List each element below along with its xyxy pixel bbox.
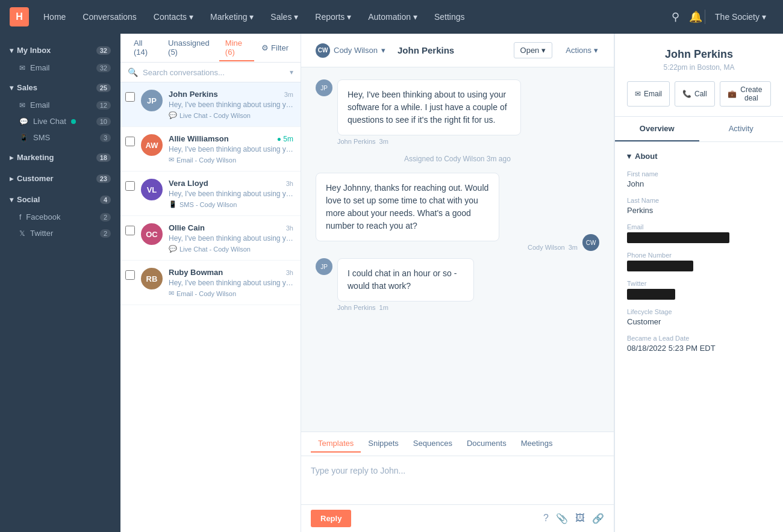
conv-checkbox[interactable] [125, 270, 135, 280]
image-icon[interactable]: 🖼 [575, 513, 585, 524]
email-icon: ✉ [19, 101, 25, 110]
conv-checkbox[interactable] [125, 92, 135, 102]
actions-chevron-icon: ▾ [594, 46, 598, 55]
nav-sales[interactable]: Sales ▾ [263, 8, 305, 25]
conv-checkbox[interactable] [125, 226, 135, 235]
about-section: ▾ About First name John Last Name Perkin… [615, 142, 783, 371]
conv-tag: 💬 Live Chat - Cody Wilson [169, 245, 293, 253]
conv-checkbox[interactable] [125, 181, 135, 191]
conv-item-john-perkins[interactable]: JP John Perkins 3m Hey, I've been thinki… [120, 82, 301, 127]
about-header[interactable]: ▾ About [627, 152, 771, 161]
nav-marketing[interactable]: Marketing ▾ [203, 8, 261, 25]
reply-input-area[interactable]: Type your reply to John... [301, 456, 614, 504]
attachment-icon[interactable]: 📎 [556, 513, 568, 524]
link-icon[interactable]: 🔗 [592, 513, 604, 524]
message-time: 3m [379, 138, 388, 145]
conv-tag-label: SMS - Cody Wilson [179, 201, 237, 208]
actions-button[interactable]: Actions ▾ [560, 43, 604, 58]
sidebar-customer-header[interactable]: Customer 23 [0, 169, 120, 188]
item-badge: 10 [96, 117, 111, 126]
conv-item-ollie-cain[interactable]: OC Ollie Cain 3h Hey, I've been thinking… [120, 216, 301, 261]
create-deal-label: Create deal [740, 85, 763, 102]
email-icon: ✉ [169, 289, 174, 297]
conv-contact-name: John Perkins [398, 45, 507, 55]
email-contact-button[interactable]: ✉ Email [627, 81, 670, 107]
sidebar-section-myinbox: My Inbox 32 ✉ Email 32 [0, 41, 120, 76]
contact-header: John Perkins 5:22pm in Boston, MA ✉ Emai… [615, 34, 783, 117]
search-chevron-icon: ▾ [290, 68, 293, 76]
nav-automation[interactable]: Automation ▾ [361, 8, 425, 25]
tab-all[interactable]: All (14) [128, 35, 160, 61]
reply-tool-sequences[interactable]: Sequences [406, 435, 460, 453]
create-deal-button[interactable]: 💼 Create deal [720, 81, 771, 107]
panel-tab-overview[interactable]: Overview [615, 117, 699, 141]
sidebar-sales-header[interactable]: Sales 25 [0, 78, 120, 97]
sidebar-item-myinbox-email[interactable]: ✉ Email 32 [0, 60, 120, 76]
filter-button[interactable]: ⚙ Filter [257, 41, 293, 55]
last-name-value: Perkins [627, 206, 771, 215]
conv-item-allie-williamson[interactable]: AW Allie Williamson ● 5m Hey, I've been … [120, 127, 301, 172]
conv-name: Ruby Bowman [169, 268, 223, 277]
conv-preview: Hey, I've been thinking about using your… [169, 234, 293, 243]
became-lead-label: Became a Lead Date [627, 335, 771, 342]
sidebar-item-label: Twitter [30, 229, 53, 238]
sidebar-sales-label: Sales [17, 83, 37, 92]
nav-settings[interactable]: Settings [427, 8, 472, 25]
hubspot-logo[interactable]: H [10, 7, 29, 26]
chat-icon: 💬 [169, 245, 177, 253]
sidebar-item-sales-livechat[interactable]: 💬 Live Chat 10 [0, 113, 120, 129]
reply-tool-documents[interactable]: Documents [460, 435, 514, 453]
conv-checkbox[interactable] [125, 137, 135, 146]
search-input[interactable] [143, 68, 285, 77]
conversation-view: CW Cody Wilson ▾ John Perkins Open ▾ Act… [301, 34, 614, 532]
sidebar-myinbox-header[interactable]: My Inbox 32 [0, 41, 120, 60]
nav-reports[interactable]: Reports ▾ [308, 8, 358, 25]
sidebar-item-label: Facebook [26, 212, 60, 221]
sidebar-social-label: Social [17, 195, 40, 204]
sidebar-social-header[interactable]: Social 4 [0, 190, 120, 209]
nav-home[interactable]: Home [36, 8, 73, 25]
sidebar-marketing-header[interactable]: Marketing 18 [0, 148, 120, 167]
conv-tag-label: Live Chat - Cody Wilson [179, 112, 251, 119]
phone-value [627, 261, 693, 271]
conv-tag: ✉ Email - Cody Wilson [169, 289, 293, 297]
help-icon[interactable]: ? [543, 513, 549, 524]
tab-mine[interactable]: Mine (6) [219, 35, 254, 61]
item-badge: 2 [100, 229, 111, 238]
item-badge: 3 [100, 134, 111, 142]
field-became-lead: Became a Lead Date 08/18/2022 5:23 PM ED… [627, 335, 771, 353]
conv-tag: 💬 Live Chat - Cody Wilson [169, 111, 293, 119]
reply-tool-meetings[interactable]: Meetings [514, 435, 560, 453]
email-icon: ✉ [635, 90, 641, 98]
nav-conversations[interactable]: Conversations [75, 8, 144, 25]
sidebar-item-sales-email[interactable]: ✉ Email 12 [0, 97, 120, 113]
conv-time: 3m [284, 91, 293, 98]
sidebar-item-twitter[interactable]: 𝕏 Twitter 2 [0, 225, 120, 241]
org-chevron-icon: ▾ [762, 12, 766, 22]
call-contact-button[interactable]: 📞 Call [675, 81, 715, 107]
about-label: About [635, 152, 658, 161]
conv-item-vera-lloyd[interactable]: VL Vera Lloyd 3h Hey, I've been thinking… [120, 172, 301, 216]
conversation-list: All (14) Unassigned (5) Mine (6) ⚙ Filte… [120, 34, 301, 532]
reply-button[interactable]: Reply [311, 510, 351, 527]
message-meta-sent: Cody Wilson 3m [316, 244, 578, 251]
sidebar-customer-label: Customer [17, 174, 54, 183]
avatar-allie-williamson: AW [141, 134, 163, 156]
reply-tool-snippets[interactable]: Snippets [361, 435, 406, 453]
bell-icon[interactable]: 🔔 [689, 10, 702, 23]
panel-tab-activity[interactable]: Activity [699, 117, 784, 141]
sidebar-item-facebook[interactable]: f Facebook 2 [0, 209, 120, 225]
nav-contacts[interactable]: Contacts ▾ [146, 8, 201, 25]
search-icon[interactable]: ⚲ [672, 10, 679, 23]
conv-name: Allie Williamson [169, 134, 229, 143]
org-selector[interactable]: The Society ▾ [708, 8, 773, 25]
reply-tool-templates[interactable]: Templates [311, 435, 361, 453]
conv-item-ruby-bowman[interactable]: RB Ruby Bowman 3h Hey, I've been thinkin… [120, 261, 301, 305]
sidebar-item-sales-sms[interactable]: 📱 SMS 3 [0, 129, 120, 146]
tab-unassigned[interactable]: Unassigned (5) [162, 35, 217, 61]
status-chevron-icon: ▾ [541, 46, 546, 55]
assignee-selector[interactable]: CW Cody Wilson ▾ [311, 41, 390, 60]
status-button[interactable]: Open ▾ [514, 42, 553, 58]
item-badge: 2 [100, 213, 111, 221]
myinbox-badge: 32 [96, 46, 111, 55]
